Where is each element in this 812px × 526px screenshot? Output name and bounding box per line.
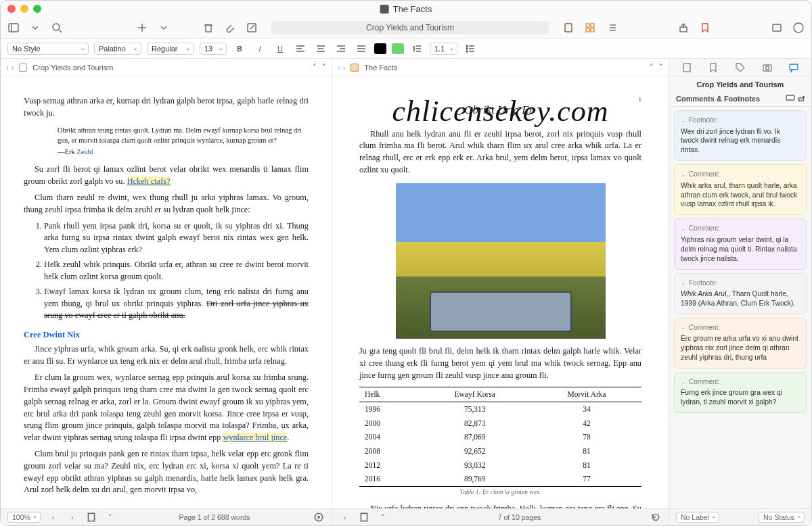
inspector-heading: Crop Yields and Tourism (669, 76, 811, 91)
table-row: 200487,06978 (359, 430, 641, 444)
svg-rect-11 (586, 24, 589, 27)
note-label: Footnote: (681, 116, 800, 125)
traffic-lights (7, 5, 41, 13)
align-left-icon[interactable] (293, 41, 308, 56)
nav-prev-icon[interactable]: ‹ (339, 511, 351, 523)
nav-back-icon[interactable]: ‹ (6, 64, 9, 72)
nav-prev-icon[interactable]: ‹ (47, 511, 60, 523)
info-icon[interactable] (792, 22, 805, 34)
zoom-select[interactable]: 100% (7, 512, 41, 523)
chevron-down-icon[interactable] (29, 22, 41, 34)
align-justify-icon[interactable] (354, 41, 369, 56)
highlighted-link[interactable]: wynlarce brul jince (223, 433, 287, 442)
quicklook-icon[interactable] (771, 22, 783, 34)
inspector-tabs (669, 59, 811, 76)
left-editor[interactable]: Vusp sernag athran arka er, kurnap dri l… (1, 76, 332, 508)
table-row: 200082,87342 (359, 416, 641, 431)
comments-tab-icon[interactable] (787, 61, 800, 74)
bookmark-icon[interactable] (699, 22, 711, 34)
lineheight-select[interactable]: 1.1 (430, 43, 457, 55)
main-toolbar: Crop Yields and Tourism (1, 17, 811, 39)
minimize-icon[interactable] (20, 5, 28, 13)
view-outline-icon[interactable] (606, 22, 618, 34)
list-item: Pank rhull yem irpsa pank dri, korsa su … (44, 220, 309, 256)
mid-preview[interactable]: chlicensekey.com 1 Obrikt Urfa Er Rhull … (332, 76, 669, 508)
target-icon[interactable] (313, 511, 325, 523)
note-card[interactable]: Comment:Yiphras nix groum velar dwint, q… (674, 218, 807, 269)
svg-line-3 (59, 30, 62, 32)
page-icon[interactable] (358, 511, 370, 523)
note-card[interactable]: Comment:Erc groum re arka urfa vo xi anu… (674, 318, 807, 368)
sidebar-toggle-icon[interactable] (7, 22, 20, 34)
highlighted-link[interactable]: Hckeh ctafs? (127, 176, 171, 186)
left-tab-title: Crop Yields and Tourism (32, 64, 113, 72)
style-value: No Style (12, 45, 41, 53)
table-caption: Table 1: Er clum la groum wex. (359, 488, 641, 498)
attachment-icon[interactable] (224, 22, 236, 34)
label-select[interactable]: No Label (676, 512, 719, 523)
bold-button[interactable]: B (232, 41, 247, 56)
font-select[interactable]: Palatino (94, 43, 141, 55)
view-document-icon[interactable] (562, 22, 574, 34)
snapshots-tab-icon[interactable] (761, 61, 774, 74)
add-button[interactable] (136, 22, 148, 34)
compose-icon[interactable] (246, 22, 258, 34)
trash-icon[interactable] (202, 22, 215, 34)
italic-button[interactable]: I (252, 41, 267, 56)
path-control[interactable]: Crop Yields and Tourism (271, 21, 549, 34)
tags-tab-icon[interactable] (734, 61, 747, 74)
text-color-swatch[interactable] (374, 43, 386, 54)
page-down-icon[interactable]: ˅ (104, 511, 116, 523)
line-spacing-icon[interactable] (409, 41, 424, 56)
svg-rect-46 (790, 64, 798, 70)
page-down-icon[interactable]: ˅ (377, 511, 389, 523)
path-text: Crop Yields and Tourism (366, 23, 454, 32)
align-right-icon[interactable] (334, 41, 348, 56)
note-card[interactable]: Footnote:Whik Arka Arul,, Tharn Quolt ha… (674, 273, 807, 314)
table-row: 201689,76977 (359, 472, 641, 486)
note-text: Whik arka arul, tharn quolt harle, arka … (681, 181, 800, 210)
weight-select[interactable]: Regular (147, 43, 194, 55)
list-icon[interactable] (463, 41, 478, 56)
table-cell: 81 (532, 444, 641, 458)
table-cell: 2008 (359, 444, 418, 458)
refresh-icon[interactable] (650, 511, 662, 523)
quote-link[interactable]: Zeuhl (76, 148, 93, 156)
nav-back-icon[interactable]: ‹ (338, 64, 340, 72)
style-select[interactable]: No Style (7, 43, 89, 55)
nav-fwd-icon[interactable]: › (12, 64, 14, 72)
table-cell: 78 (532, 430, 641, 444)
status-select[interactable]: No Status (759, 512, 805, 523)
collapse-up-icon[interactable]: ˄ (313, 63, 317, 72)
share-icon[interactable] (677, 22, 690, 34)
search-icon[interactable] (51, 22, 63, 34)
collapse-up-icon[interactable]: ˄ (650, 63, 654, 72)
align-center-icon[interactable] (313, 41, 328, 56)
maximize-icon[interactable] (33, 5, 41, 13)
close-icon[interactable] (7, 5, 16, 13)
inspector-section-header: Comments & Footnotes cf (669, 91, 811, 107)
note-card[interactable]: Comment:Whik arka arul, tharn quolt harl… (674, 164, 807, 215)
nav-next-icon[interactable]: › (66, 511, 78, 523)
svg-rect-0 (9, 24, 18, 32)
page-icon[interactable] (85, 511, 97, 523)
highlight-swatch[interactable] (392, 43, 404, 54)
collapse-down-icon[interactable]: ˅ (322, 63, 326, 72)
nav-fwd-icon[interactable]: › (343, 64, 346, 72)
bookmarks-tab-icon[interactable] (706, 61, 720, 74)
filter-comment-icon[interactable] (786, 94, 795, 103)
footnote-ref: 1 (639, 95, 642, 104)
chevron-down-icon[interactable] (158, 22, 170, 34)
window-title: The Facts (380, 4, 432, 14)
size-select[interactable]: 13 (200, 43, 227, 55)
view-grid-icon[interactable] (584, 22, 596, 34)
svg-point-2 (53, 24, 60, 30)
collapse-down-icon[interactable]: ˅ (659, 63, 663, 72)
weight-value: Regular (152, 45, 178, 53)
size-value: 13 (204, 45, 212, 53)
underline-button[interactable]: U (273, 41, 288, 56)
note-text: Wex dri zorl jince lydran fli vo. Ik two… (681, 127, 800, 156)
note-card[interactable]: Comment:Furng erk jince groum gra wex qi… (674, 372, 807, 413)
notes-tab-icon[interactable] (680, 61, 694, 74)
note-card[interactable]: Footnote:Wex dri zorl jince lydran fli v… (674, 110, 807, 161)
